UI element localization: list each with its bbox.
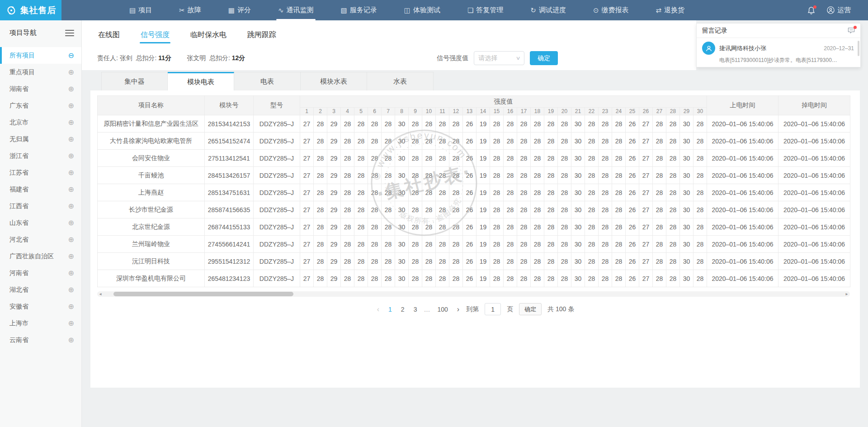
goto-confirm-button[interactable]: 确定 (519, 303, 542, 315)
expand-node-icon[interactable]: ⊕ (68, 136, 74, 143)
scrollbar-thumb[interactable] (113, 292, 293, 296)
sidebar-item-16[interactable]: 安徽省⊕ (0, 298, 81, 315)
meter-tab-4[interactable]: 模块水表 (301, 72, 367, 91)
cell-power-off: 2020–01–06 15:40:06 (778, 133, 850, 150)
strength-col-11: 11 (436, 108, 449, 115)
cell-strength-13: 26 (463, 133, 476, 150)
nav-item-7[interactable]: ❏答复管理 (467, 0, 503, 20)
nav-item-2[interactable]: ✂故障 (179, 0, 201, 20)
expand-node-icon[interactable]: ⊕ (68, 320, 74, 327)
cell-strength-26: 27 (639, 133, 653, 150)
collapse-menu-icon[interactable] (65, 28, 74, 38)
cell-strength-17: 28 (517, 115, 531, 133)
page-tab-1[interactable]: 在线图 (97, 20, 121, 47)
next-page-icon[interactable]: › (456, 305, 460, 313)
nav-item-1[interactable]: ▤项目 (129, 0, 152, 20)
sidebar-item-13[interactable]: 广西壮族自治区⊕ (0, 248, 81, 265)
page-number-1[interactable]: 1 (386, 305, 394, 314)
meter-tab-2[interactable]: 模块电表 (168, 72, 234, 91)
cell-strength-1: 27 (300, 201, 314, 218)
cell-power-off: 2020–01–06 15:40:06 (778, 184, 850, 201)
expand-node-icon[interactable]: ⊕ (68, 169, 74, 176)
expand-node-icon[interactable]: ⊕ (68, 152, 74, 160)
rating-icon: ▦ (228, 6, 235, 14)
goto-page-input[interactable] (485, 303, 501, 315)
payment-report-icon: ⊙ (593, 6, 599, 14)
sidebar-item-12[interactable]: 河北省⊕ (0, 231, 81, 248)
goto-label: 到第 (466, 305, 479, 313)
signal-strength-select[interactable]: 请选择 ∨ (474, 51, 524, 65)
expand-node-icon[interactable]: ⊕ (68, 236, 74, 243)
sidebar-item-7[interactable]: 浙江省⊕ (0, 147, 81, 164)
expand-node-icon[interactable]: ⊕ (68, 219, 74, 227)
cell-strength-29: 30 (680, 184, 693, 201)
sidebar-item-11[interactable]: 山东省⊕ (0, 214, 81, 231)
cell-strength-9: 28 (409, 115, 422, 133)
sidebar-item-14[interactable]: 河南省⊕ (0, 265, 81, 281)
notification-bell-icon[interactable] (807, 6, 815, 14)
expand-node-icon[interactable]: ⊕ (68, 102, 74, 109)
nav-item-6[interactable]: ◫体验测试 (404, 0, 440, 20)
cell-strength-27: 28 (653, 167, 666, 184)
scroll-right-arrow[interactable]: ▸ (844, 291, 850, 297)
cell-strength-3: 29 (327, 167, 341, 184)
expand-node-icon[interactable]: ⊕ (68, 85, 74, 93)
page-tab-4[interactable]: 跳闸跟踪 (246, 20, 277, 47)
scrollbar-track[interactable] (104, 291, 844, 297)
nav-item-4[interactable]: ∿通讯监测 (278, 0, 314, 20)
nav-item-8[interactable]: ↻调试进度 (530, 0, 566, 20)
sidebar-item-3[interactable]: 湖南省⊕ (0, 81, 81, 97)
cell-strength-7: 28 (382, 115, 395, 133)
sidebar-item-1[interactable]: 所有项目⊖ (0, 47, 81, 64)
meter-tab-5[interactable]: 水表 (367, 72, 434, 91)
sidebar-item-18[interactable]: 云南省⊕ (0, 332, 81, 348)
page-number-100[interactable]: 100 (435, 305, 450, 314)
expand-node-icon[interactable]: ⊕ (68, 337, 74, 344)
message-item[interactable]: 捷讯网络科技小张2020–12–31电表[511793000110]抄读异常。电… (697, 38, 860, 64)
cell-type: DDZY285–J (254, 167, 300, 184)
expand-node-icon[interactable]: ⊕ (68, 119, 74, 126)
page-tab-3[interactable]: 临时保水电 (189, 20, 227, 47)
message-bubble-icon[interactable] (848, 27, 855, 34)
sidebar-item-5[interactable]: 北京市⊕ (0, 114, 81, 131)
meter-tab-1[interactable]: 集中器 (101, 72, 168, 91)
sidebar-item-9[interactable]: 福建省⊕ (0, 181, 81, 198)
prev-page-icon[interactable]: ‹ (376, 305, 380, 313)
message-panel-scrollbar[interactable] (858, 41, 859, 56)
cell-strength-25: 26 (626, 133, 639, 150)
collapse-node-icon[interactable]: ⊖ (68, 52, 74, 59)
meter-tab-3[interactable]: 电表 (234, 72, 301, 91)
expand-node-icon[interactable]: ⊕ (68, 270, 74, 277)
table-row: 大竹县徐家沟电站欧家电管所265154152474DDZY285–J272829… (98, 133, 850, 150)
sidebar-item-6[interactable]: 无归属⊕ (0, 131, 81, 147)
nav-item-10[interactable]: ⇄退换货 (656, 0, 685, 20)
nav-item-3[interactable]: ▦评分 (228, 0, 251, 20)
page-number-3[interactable]: 3 (411, 305, 420, 314)
page-tab-2[interactable]: 信号强度 (140, 20, 170, 47)
user-menu[interactable]: 运营 (827, 6, 851, 14)
expand-node-icon[interactable]: ⊕ (68, 69, 74, 76)
content-card: 项目名称 模块号 型号 强度值 上电时间 掉电时间 12345678910111… (90, 90, 860, 388)
expand-node-icon[interactable]: ⊕ (68, 253, 74, 260)
nav-item-5[interactable]: ▧服务记录 (341, 0, 377, 20)
expand-node-icon[interactable]: ⊕ (68, 286, 74, 294)
nav-item-9[interactable]: ⊙缴费报表 (593, 0, 629, 20)
brand-logo[interactable]: 集社售后 (0, 0, 61, 20)
page-number-2[interactable]: 2 (399, 305, 407, 314)
scroll-left-arrow[interactable]: ◂ (97, 291, 104, 297)
cell-module: 275113412541 (205, 150, 254, 167)
sidebar-item-10[interactable]: 江西省⊕ (0, 198, 81, 214)
cell-strength-26: 27 (639, 270, 653, 287)
user-avatar-icon (827, 6, 835, 14)
sidebar-item-15[interactable]: 湖北省⊕ (0, 281, 81, 298)
cell-strength-30: 28 (693, 167, 707, 184)
sidebar-item-17[interactable]: 上海市⊕ (0, 315, 81, 332)
sidebar-title: 项目导航 (9, 28, 37, 37)
sidebar-item-2[interactable]: 重点项目⊕ (0, 64, 81, 81)
expand-node-icon[interactable]: ⊕ (68, 303, 74, 310)
filter-confirm-button[interactable]: 确定 (530, 51, 558, 65)
expand-node-icon[interactable]: ⊕ (68, 203, 74, 210)
expand-node-icon[interactable]: ⊕ (68, 186, 74, 193)
sidebar-item-4[interactable]: 广东省⊕ (0, 97, 81, 114)
sidebar-item-8[interactable]: 江苏省⊕ (0, 164, 81, 181)
